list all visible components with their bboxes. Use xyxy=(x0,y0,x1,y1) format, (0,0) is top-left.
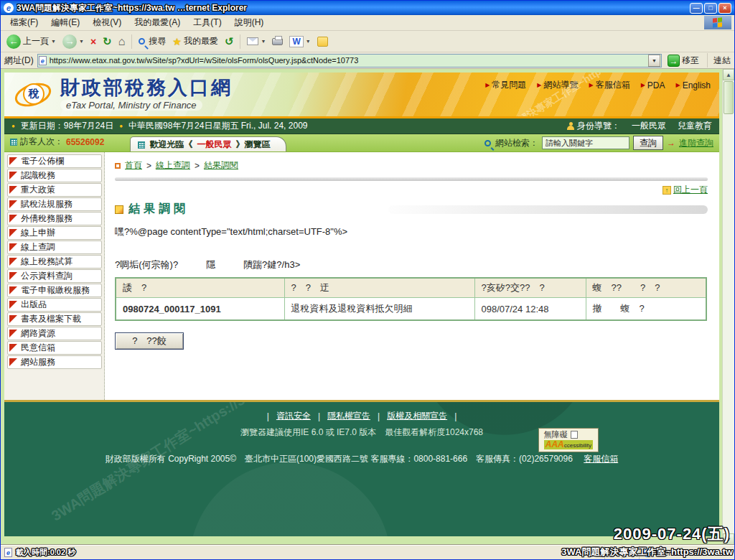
ie-logo-icon: e xyxy=(4,3,14,13)
sidebar-item-online-apply[interactable]: 線上申辦 xyxy=(7,226,102,240)
footer-browser-note: 瀏覽器建議使用IE 6.0 或 IE7.0 版本 最佳觀看解析度1024x768 xyxy=(4,426,719,439)
mail-button[interactable]: ▼ xyxy=(245,36,268,47)
link-faq[interactable]: ▶常見問題 xyxy=(485,79,526,91)
sidebar-item-publications[interactable]: 出版品 xyxy=(7,298,102,312)
link-english[interactable]: ▶English xyxy=(675,79,711,91)
word-dropdown-icon[interactable]: ▼ xyxy=(306,39,311,44)
messenger-button[interactable] xyxy=(315,35,330,48)
minimize-button[interactable]: — xyxy=(690,3,703,14)
favorites-star-icon: ★ xyxy=(172,36,182,47)
advanced-search-link[interactable]: 進階查詢 xyxy=(679,137,713,149)
breadcrumb-icon xyxy=(115,163,121,169)
footer-link-privacy[interactable]: 隱私權宣告 xyxy=(327,410,370,422)
favorites-button[interactable]: ★ 我的最愛 xyxy=(170,34,220,49)
scroll-up-button[interactable]: ▲ xyxy=(723,69,734,80)
address-dropdown-button[interactable]: ▼ xyxy=(648,55,660,67)
action-button[interactable]: ? ??餃 xyxy=(115,332,184,350)
red-corner-icon xyxy=(9,286,17,294)
sidebar-item-policy[interactable]: 重大政策 xyxy=(7,183,102,197)
sidebar-item-web-service[interactable]: 網站服務 xyxy=(7,355,102,369)
vertical-scrollbar[interactable]: ▲ ▼ xyxy=(722,69,734,545)
links-label[interactable]: 連結 xyxy=(713,55,731,67)
etax-logo-icon[interactable]: 稅 xyxy=(14,78,53,111)
back-button[interactable]: ← 上一頁 ▼ xyxy=(4,33,58,50)
col-header-1: 諉 ? xyxy=(116,278,284,298)
browser-viewport: 稅 財政部稅務入口網 eTax Portal, Ministry of Fina… xyxy=(1,69,734,545)
content-divider xyxy=(115,177,708,181)
refresh-button[interactable]: ↻ xyxy=(100,34,114,50)
sidebar-item-bulletin[interactable]: 電子公佈欄 xyxy=(7,154,102,168)
forward-dropdown-icon[interactable]: ▼ xyxy=(79,39,84,44)
red-corner-icon xyxy=(9,229,17,237)
edit-word-button[interactable]: W ▼ xyxy=(287,34,312,49)
breadcrumb-home[interactable]: 首頁 xyxy=(125,159,142,172)
stop-button[interactable]: × xyxy=(88,34,98,49)
site-search-button[interactable]: 查詢 xyxy=(633,136,663,150)
back-page-link[interactable]: 回上一頁 xyxy=(673,184,708,196)
back-dropdown-icon[interactable]: ▼ xyxy=(51,39,56,44)
menu-file[interactable]: 檔案(F) xyxy=(4,15,45,30)
print-button[interactable] xyxy=(270,37,285,47)
current-date: 中華民國98年7月24日星期五 Fri., Jul. 24, 2009 xyxy=(128,120,307,132)
menu-help[interactable]: 說明(H) xyxy=(228,15,271,30)
footer-link-copyright[interactable]: 版權及相關宣告 xyxy=(387,410,447,422)
home-button[interactable]: ⌂ xyxy=(116,34,128,50)
sidebar-item-tax-calc[interactable]: 線上稅務試算 xyxy=(7,255,102,269)
link-service-mail[interactable]: ▶客服信箱 xyxy=(589,79,629,91)
history-button[interactable]: ↺ xyxy=(223,34,236,50)
restore-button[interactable]: □ xyxy=(704,3,717,14)
visitors-label: 訪客人次： xyxy=(20,136,63,148)
sidebar-item-foreign[interactable]: 外僑稅務服務 xyxy=(7,212,102,225)
status-text: 載入時間:0.02 秒 xyxy=(16,547,75,558)
footer-separator: | xyxy=(267,411,269,421)
breadcrumb-result[interactable]: 結果調閱 xyxy=(204,159,238,172)
scroll-track[interactable] xyxy=(723,115,734,533)
address-bar: 網址(D) e https://www.etax.nat.gov.tw/wSit… xyxy=(1,52,734,69)
sidebar-item-resources[interactable]: 網路資源 xyxy=(7,327,102,340)
browser-toolbar: ← 上一頁 ▼ → ▼ × ↻ ⌂ 搜尋 ★ 我的最愛 ↺ ▼ W ▼ xyxy=(1,31,734,52)
menu-favorites[interactable]: 我的最愛(A) xyxy=(128,15,187,30)
footer-separator: | xyxy=(454,411,457,421)
footer-links: | 資訊安全 | 隱私權宣告 | 版權及相關宣告 | xyxy=(4,410,719,422)
visitors-count: 65526092 xyxy=(66,137,104,147)
address-url[interactable]: https://www.etax.nat.gov.tw/wSite/sp?xdU… xyxy=(50,56,645,65)
close-button[interactable]: × xyxy=(718,3,731,14)
sidebar-item-efiling[interactable]: 電子申報繳稅服務 xyxy=(7,284,102,297)
menu-bar: 檔案(F) 編輯(E) 檢視(V) 我的最愛(A) 工具(T) 說明(H) xyxy=(1,15,734,31)
search-label: 搜尋 xyxy=(149,35,166,47)
go-button[interactable]: → 移至 xyxy=(665,55,701,67)
triangle-icon: ▶ xyxy=(675,82,680,88)
sidebar-item-opinion[interactable]: 民意信箱 xyxy=(7,341,102,355)
sidebar-item-downloads[interactable]: 書表及檔案下載 xyxy=(7,312,102,326)
menu-edit[interactable]: 編輯(E) xyxy=(45,15,86,30)
link-sitemap[interactable]: ▶網站導覽 xyxy=(537,79,578,91)
breadcrumb-online-query[interactable]: 線上查調 xyxy=(156,159,190,172)
footer-service-mail-link[interactable]: 客服信箱 xyxy=(584,454,618,464)
accessibility-badge[interactable]: 無障礙 AAAccessibility xyxy=(538,428,599,452)
page-icon: e xyxy=(39,56,47,65)
window-controls: — □ × xyxy=(690,3,731,14)
identity-link-children[interactable]: 兒童教育 xyxy=(678,120,712,132)
link-pda[interactable]: ▶PDA xyxy=(641,79,665,91)
scroll-thumb[interactable] xyxy=(724,81,734,114)
sidebar-item-online-query[interactable]: 線上查調 xyxy=(7,241,102,254)
cell-file-id[interactable]: 0980724_000117_1091 xyxy=(116,298,284,321)
menu-tools[interactable]: 工具(T) xyxy=(187,15,228,30)
site-search-input[interactable] xyxy=(542,136,629,149)
cell-description: 退稅資料及退稅資料抵欠明細 xyxy=(284,298,474,321)
forward-button[interactable]: → ▼ xyxy=(60,33,86,50)
sidebar-item-know-tax[interactable]: 認識稅務 xyxy=(7,169,102,182)
address-field[interactable]: e https://www.etax.nat.gov.tw/wSite/sp?x… xyxy=(37,54,662,67)
mail-dropdown-icon[interactable]: ▼ xyxy=(261,39,266,44)
sidebar-item-tax-law[interactable]: 賦稅法規服務 xyxy=(7,197,102,211)
search-button[interactable]: 搜尋 xyxy=(136,34,168,49)
identity-link-public[interactable]: 一般民眾 xyxy=(632,120,666,132)
footer-link-security[interactable]: 資訊安全 xyxy=(276,410,311,422)
triangle-icon: ▶ xyxy=(589,82,593,88)
home-icon: ⌂ xyxy=(118,35,126,48)
page-body: 電子公佈欄 認識稅務 重大政策 賦稅法規服務 外僑稅務服務 線上申辦 線上查調 … xyxy=(4,152,719,400)
menu-view[interactable]: 檢視(V) xyxy=(86,15,128,30)
site-titles: 財政部稅務入口網 eTax Portal, Ministry of Financ… xyxy=(60,78,233,111)
red-corner-icon xyxy=(9,157,17,165)
sidebar-item-public-data[interactable]: 公示資料查詢 xyxy=(7,269,102,283)
